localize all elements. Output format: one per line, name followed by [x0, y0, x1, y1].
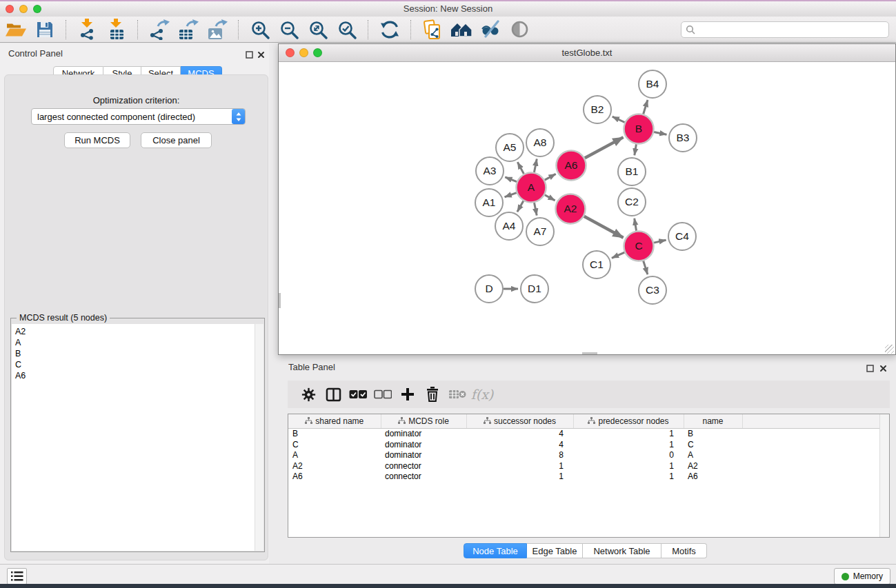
graph-node[interactable]: D1 [521, 275, 548, 303]
table-row[interactable]: Adominator80A [288, 450, 889, 461]
graph-edge[interactable] [654, 132, 666, 134]
select-all-columns-button[interactable] [346, 383, 370, 406]
network-canvas[interactable]: B4B2BB3A5A8A6A3B1AA1C2A2A4A7C4CC1C3DD1 [279, 62, 895, 354]
graph-node[interactable]: B4 [639, 70, 666, 98]
column-header-predecessor-nodes[interactable]: predecessor nodes [573, 414, 684, 429]
tab-edge-table[interactable]: Edge Table [527, 543, 583, 558]
table-cell[interactable] [742, 472, 889, 483]
table-row[interactable]: A6connector11A6 [288, 472, 889, 483]
criterion-dropdown[interactable]: largest connected component (directed) [31, 108, 246, 125]
table-cell[interactable]: A2 [684, 461, 742, 472]
graph-edge[interactable] [534, 203, 537, 215]
graph-node[interactable]: B3 [669, 124, 697, 152]
network-vscroll-thumb[interactable] [279, 293, 281, 308]
table-cell[interactable]: A6 [684, 472, 742, 483]
mcds-result-scrollbar[interactable] [255, 324, 263, 551]
graph-node[interactable]: A3 [476, 157, 504, 185]
network-graph[interactable]: B4B2BB3A5A8A6A3B1AA1C2A2A4A7C4CC1C3DD1 [279, 62, 895, 354]
close-mcds-panel-button[interactable]: Close panel [141, 132, 212, 148]
graph-edge[interactable] [545, 174, 556, 180]
graph-node[interactable]: A7 [526, 218, 554, 245]
import-table-button[interactable] [102, 18, 131, 41]
graph-edge[interactable] [644, 261, 648, 274]
table-cell[interactable]: A [288, 450, 381, 461]
table-row[interactable]: A2connector11A2 [288, 461, 889, 472]
tab-motifs[interactable]: Motifs [661, 543, 707, 558]
table-cell[interactable]: A2 [288, 461, 381, 472]
graph-edge[interactable] [517, 162, 524, 174]
graph-edge[interactable] [654, 240, 666, 243]
table-cell[interactable]: B [684, 429, 742, 440]
graph-node[interactable]: B [624, 114, 654, 144]
graph-edge[interactable] [584, 216, 624, 238]
delete-columns-button[interactable] [420, 383, 445, 406]
graph-edge[interactable] [612, 252, 624, 258]
table-cell[interactable]: 1 [573, 429, 684, 440]
graph-node[interactable]: A2 [556, 194, 586, 224]
delete-table-button[interactable] [445, 383, 470, 406]
table-settings-button[interactable] [296, 383, 321, 406]
table-cell[interactable]: 1 [466, 461, 573, 472]
graph-node[interactable]: C2 [618, 188, 646, 216]
table-cell[interactable]: dominator [381, 440, 466, 451]
graph-edge[interactable] [545, 195, 555, 201]
graph-edge[interactable] [613, 116, 625, 122]
graph-edge[interactable] [505, 193, 517, 197]
open-session-button[interactable] [1, 18, 30, 41]
mcds-result-item[interactable]: A [12, 337, 255, 348]
graph-edge[interactable] [635, 219, 637, 231]
graph-node[interactable]: A [517, 173, 546, 203]
zoom-out-button[interactable] [275, 18, 303, 41]
create-column-button[interactable] [395, 383, 420, 406]
search-box[interactable] [681, 21, 889, 38]
export-network-button[interactable] [145, 18, 174, 41]
export-table-button[interactable] [174, 18, 203, 41]
mcds-result-item[interactable]: C [12, 359, 255, 370]
table-cell[interactable]: B [288, 429, 381, 440]
column-header-mcds-role[interactable]: MCDS role [381, 414, 466, 429]
table-cell[interactable] [742, 429, 889, 440]
table-cell[interactable]: connector [381, 461, 466, 472]
graph-edge[interactable] [635, 144, 637, 155]
graph-edge[interactable] [644, 100, 648, 114]
graph-edge[interactable] [517, 201, 524, 212]
network-resize-grip[interactable] [885, 345, 894, 354]
graph-node[interactable]: C [624, 232, 654, 261]
graph-node[interactable]: B2 [584, 96, 611, 123]
hide-selected-button[interactable] [476, 18, 505, 41]
table-cell[interactable]: 4 [466, 440, 573, 451]
unselect-all-columns-button[interactable] [370, 383, 395, 406]
graph-node[interactable]: A6 [557, 151, 586, 181]
table-cell[interactable] [742, 461, 889, 472]
network-hscroll-thumb[interactable] [582, 352, 597, 354]
save-session-button[interactable] [30, 18, 59, 41]
table-cell[interactable]: A6 [288, 472, 381, 483]
table-cell[interactable]: 1 [573, 472, 684, 483]
table-row[interactable]: Bdominator41B [288, 429, 889, 440]
table-cell[interactable]: 1 [466, 472, 573, 483]
graph-edge[interactable] [585, 137, 624, 158]
run-mcds-button[interactable]: Run MCDS [64, 132, 130, 148]
first-neighbors-button[interactable] [447, 18, 476, 41]
graph-node[interactable]: A8 [526, 129, 554, 156]
table-cell[interactable]: connector [381, 472, 466, 483]
graph-edge[interactable] [505, 177, 517, 182]
table-cell[interactable]: 1 [573, 461, 684, 472]
network-window-titlebar[interactable]: testGlobe.txt [279, 44, 895, 62]
mcds-result-item[interactable]: A6 [12, 370, 255, 381]
graph-node[interactable]: B1 [618, 158, 646, 185]
table-cell[interactable]: 0 [573, 450, 684, 461]
apply-layout-button[interactable] [375, 18, 404, 41]
tab-node-table[interactable]: Node Table [464, 543, 527, 558]
export-image-button[interactable] [203, 18, 232, 41]
show-columns-button[interactable] [321, 383, 346, 406]
zoom-selected-button[interactable] [332, 18, 361, 41]
column-header-successor-nodes[interactable]: successor nodes [466, 414, 573, 429]
import-network-button[interactable] [73, 18, 102, 41]
zoom-in-button[interactable] [246, 18, 275, 41]
table-cell[interactable]: C [684, 440, 742, 451]
memory-button[interactable]: Memory [834, 568, 890, 585]
table-scrollbar[interactable] [879, 414, 889, 537]
graph-node[interactable]: A1 [475, 189, 503, 216]
graph-node[interactable]: C3 [639, 276, 666, 304]
